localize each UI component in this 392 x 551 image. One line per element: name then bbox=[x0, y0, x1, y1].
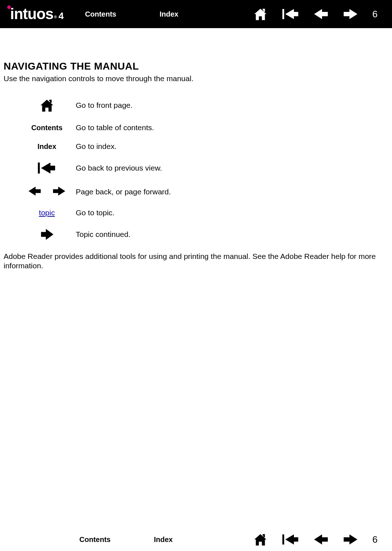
svg-rect-2 bbox=[282, 534, 284, 545]
legend-page-nav-desc: Page back, or page forward. bbox=[76, 188, 171, 196]
header-bar: intuos ® 4 Contents Index 6 bbox=[0, 0, 392, 28]
page-back-icon[interactable] bbox=[313, 533, 329, 546]
page-forward-icon[interactable] bbox=[343, 8, 358, 21]
legend-row-topic: topic Go to topic. bbox=[18, 208, 388, 217]
navigation-legend: Go to front page. Contents Go to table o… bbox=[18, 97, 388, 242]
header-icon-nav: 6 bbox=[253, 6, 378, 22]
home-icon[interactable] bbox=[253, 6, 268, 22]
legend-index-label[interactable]: Index bbox=[38, 142, 56, 151]
legend-contents-label[interactable]: Contents bbox=[31, 124, 63, 132]
index-link[interactable]: Index bbox=[160, 10, 179, 18]
legend-row-prev-view: Go back to previous view. bbox=[18, 161, 388, 175]
contents-link[interactable]: Contents bbox=[85, 10, 116, 18]
contents-link-footer[interactable]: Contents bbox=[79, 535, 111, 544]
brand-suffix: 4 bbox=[58, 10, 63, 22]
page-heading: NAVIGATING THE MANUAL bbox=[4, 61, 388, 72]
page-number-top: 6 bbox=[373, 9, 378, 20]
continued-arrow-icon bbox=[18, 227, 76, 242]
index-link-footer[interactable]: Index bbox=[154, 535, 173, 544]
brand-name: intuos bbox=[10, 5, 53, 23]
logo-dot-icon bbox=[7, 5, 11, 9]
page-number-bottom: 6 bbox=[373, 534, 378, 545]
legend-row-index: Index Go to index. bbox=[18, 142, 388, 151]
legend-row-contents: Contents Go to table of contents. bbox=[18, 123, 388, 132]
previous-view-icon bbox=[18, 161, 76, 175]
legend-row-continued: Topic continued. bbox=[18, 227, 388, 242]
page-back-icon[interactable] bbox=[313, 8, 329, 21]
legend-contents-desc: Go to table of contents. bbox=[76, 123, 154, 132]
svg-rect-0 bbox=[282, 9, 284, 19]
topic-link[interactable]: topic bbox=[39, 208, 55, 217]
previous-view-icon[interactable] bbox=[282, 533, 299, 546]
footer-icon-nav: 6 bbox=[253, 532, 378, 547]
adobe-reader-note: Adobe Reader provides additional tools f… bbox=[4, 252, 388, 271]
home-icon[interactable] bbox=[253, 532, 268, 547]
page-forward-icon[interactable] bbox=[343, 533, 358, 546]
legend-topic-desc: Go to topic. bbox=[76, 208, 114, 217]
page-back-icon bbox=[28, 185, 41, 198]
legend-continued-desc: Topic continued. bbox=[76, 230, 131, 239]
intro-text: Use the navigation controls to move thro… bbox=[4, 74, 388, 83]
registered-mark: ® bbox=[54, 15, 56, 19]
legend-index-desc: Go to index. bbox=[76, 142, 116, 151]
legend-row-page-nav: Page back, or page forward. bbox=[18, 185, 388, 198]
legend-row-home: Go to front page. bbox=[18, 97, 388, 113]
previous-view-icon[interactable] bbox=[282, 8, 299, 21]
footer-bar: Contents Index 6 bbox=[0, 528, 392, 551]
home-icon bbox=[18, 97, 76, 113]
svg-rect-1 bbox=[38, 163, 40, 173]
brand-logo: intuos ® 4 bbox=[6, 5, 63, 23]
header-text-links: Contents Index bbox=[85, 10, 179, 18]
legend-home-desc: Go to front page. bbox=[76, 101, 133, 110]
page-content: NAVIGATING THE MANUAL Use the navigation… bbox=[0, 28, 392, 271]
legend-prev-view-desc: Go back to previous view. bbox=[76, 164, 162, 172]
page-forward-icon bbox=[52, 185, 66, 198]
footer-text-links: Contents Index bbox=[79, 535, 173, 544]
